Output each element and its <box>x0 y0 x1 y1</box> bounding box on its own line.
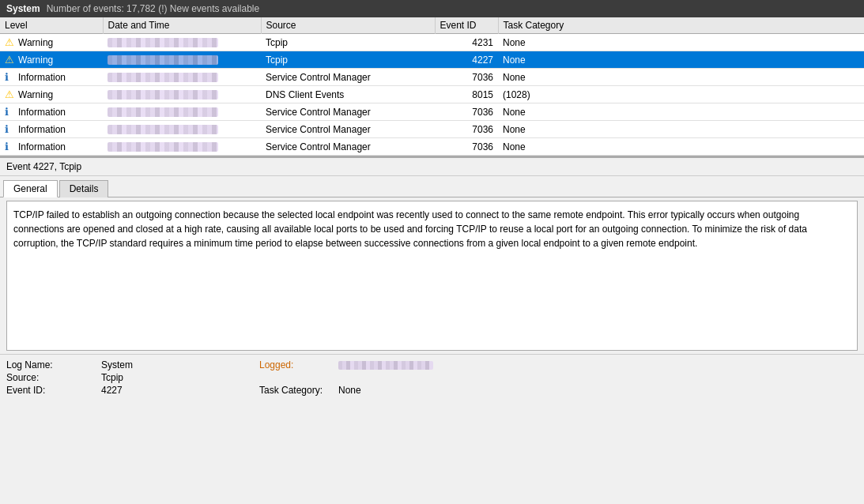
cell-datetime <box>103 69 261 86</box>
detail-section: Event 4227, Tcpip General Details TCP/IP… <box>0 156 864 401</box>
cell-datetime <box>103 121 261 138</box>
table-row[interactable]: InformationService Control Manager7036No… <box>0 121 864 138</box>
cell-eventid: 4231 <box>435 34 498 51</box>
cell-datetime <box>103 103 261 121</box>
cell-taskcategory: None <box>498 69 864 86</box>
cell-taskcategory: (1028) <box>498 86 864 103</box>
table-row[interactable]: WarningTcpip4227None <box>0 51 864 69</box>
cell-eventid: 8015 <box>435 86 498 103</box>
tab-details[interactable]: Details <box>59 180 109 197</box>
events-table-section: Level Date and Time Source Event ID Task… <box>0 17 864 156</box>
source-label: Source: <box>6 372 101 383</box>
taskcategory-label: Task Category: <box>259 385 338 396</box>
table-row[interactable]: InformationService Control Manager7036No… <box>0 69 864 86</box>
cell-level: Information <box>0 103 103 121</box>
event-count: Number of events: 17,782 (!) New events … <box>47 3 260 14</box>
info-icon <box>5 72 16 83</box>
level-label: Warning <box>18 37 53 48</box>
cell-level: Information <box>0 69 103 86</box>
table-header-row: Level Date and Time Source Event ID Task… <box>0 17 864 34</box>
cell-source: DNS Client Events <box>261 86 435 103</box>
app-title: System <box>6 3 40 14</box>
cell-eventid: 7036 <box>435 121 498 138</box>
table-row[interactable]: WarningDNS Client Events8015(1028) <box>0 86 864 103</box>
eventid-label: Event ID: <box>6 385 101 396</box>
col-header-eventid[interactable]: Event ID <box>435 17 498 34</box>
cell-level: Warning <box>0 51 103 69</box>
datetime-blurred <box>108 55 218 65</box>
event-description: TCP/IP failed to establish an outgoing c… <box>13 208 851 250</box>
cell-level: Warning <box>0 86 103 103</box>
cell-datetime <box>103 138 261 156</box>
cell-datetime <box>103 34 261 51</box>
detail-title: Event 4227, Tcpip <box>0 158 864 176</box>
cell-source: Tcpip <box>261 51 435 69</box>
cell-source: Service Control Manager <box>261 138 435 156</box>
log-name-value: System <box>101 359 259 370</box>
cell-datetime <box>103 86 261 103</box>
cell-level: Warning <box>0 34 103 51</box>
datetime-blurred <box>108 125 218 134</box>
tab-content-general: TCP/IP failed to establish an outgoing c… <box>6 201 858 351</box>
level-label: Information <box>18 124 66 135</box>
warning-icon <box>5 89 16 100</box>
col-header-datetime[interactable]: Date and Time <box>103 17 261 34</box>
cell-taskcategory: None <box>498 103 864 121</box>
cell-source: Service Control Manager <box>261 121 435 138</box>
cell-level: Information <box>0 138 103 156</box>
logged-value <box>338 359 858 370</box>
cell-source: Tcpip <box>261 34 435 51</box>
cell-taskcategory: None <box>498 51 864 69</box>
level-label: Information <box>18 107 66 118</box>
cell-datetime <box>103 51 261 69</box>
cell-source: Service Control Manager <box>261 69 435 86</box>
cell-eventid: 4227 <box>435 51 498 69</box>
col-header-level[interactable]: Level <box>0 17 103 34</box>
taskcategory-value: None <box>338 385 858 396</box>
tab-general[interactable]: General <box>3 180 58 197</box>
level-label: Information <box>18 72 66 83</box>
datetime-blurred <box>108 38 218 47</box>
info-icon <box>5 141 16 152</box>
info-icon <box>5 107 16 118</box>
source-value: Tcpip <box>101 372 259 383</box>
datetime-blurred <box>108 90 218 100</box>
col-header-source[interactable]: Source <box>261 17 435 34</box>
cell-taskcategory: None <box>498 121 864 138</box>
cell-taskcategory: None <box>498 138 864 156</box>
datetime-blurred <box>108 107 218 117</box>
cell-level: Information <box>0 121 103 138</box>
cell-eventid: 7036 <box>435 103 498 121</box>
title-bar: System Number of events: 17,782 (!) New … <box>0 0 864 17</box>
datetime-blurred <box>108 142 218 152</box>
metadata-section: Log Name: System Logged: Source: Tcpip E… <box>0 354 864 401</box>
cell-eventid: 7036 <box>435 138 498 156</box>
cell-source: Service Control Manager <box>261 103 435 121</box>
warning-icon <box>5 55 16 66</box>
logged-label: Logged: <box>259 359 338 370</box>
table-row[interactable]: InformationService Control Manager7036No… <box>0 138 864 156</box>
datetime-blurred <box>108 73 218 82</box>
level-label: Information <box>18 141 66 152</box>
cell-taskcategory: None <box>498 34 864 51</box>
table-row[interactable]: WarningTcpip4231None <box>0 34 864 51</box>
col-header-taskcategory[interactable]: Task Category <box>498 17 864 34</box>
level-label: Warning <box>18 89 53 100</box>
level-label: Warning <box>18 55 53 66</box>
cell-eventid: 7036 <box>435 69 498 86</box>
events-table: Level Date and Time Source Event ID Task… <box>0 17 864 156</box>
tabs-row: General Details <box>0 176 864 197</box>
info-icon <box>5 124 16 135</box>
table-row[interactable]: InformationService Control Manager7036No… <box>0 103 864 121</box>
warning-icon <box>5 37 16 48</box>
eventid-value: 4227 <box>101 385 259 396</box>
log-name-label: Log Name: <box>6 359 101 370</box>
